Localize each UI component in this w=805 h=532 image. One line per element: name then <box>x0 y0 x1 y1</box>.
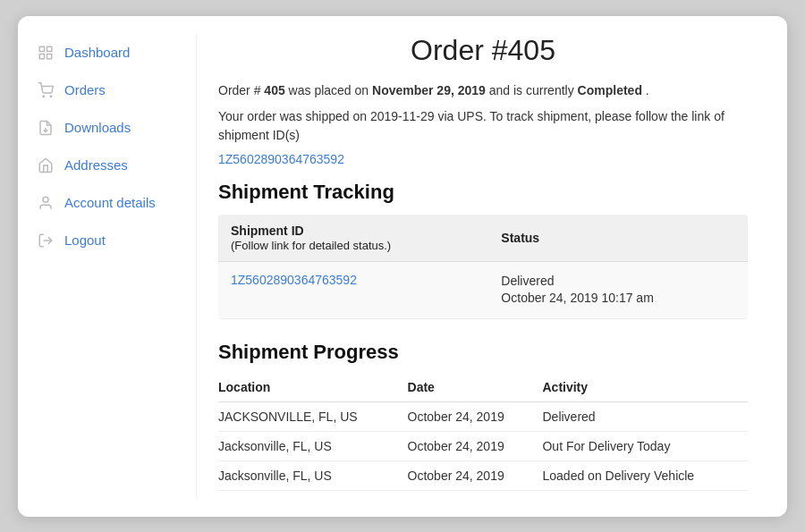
col-location: Location <box>218 375 408 402</box>
shipped-mid: via <box>435 109 458 123</box>
logout-icon <box>36 231 55 250</box>
table-row: Jacksonville, FL, US October 24, 2019 Ou… <box>218 431 748 460</box>
svg-rect-0 <box>39 46 44 51</box>
tracking-link-top[interactable]: 1Z5602890364763592 <box>218 152 748 166</box>
tracking-table: Shipment ID (Follow link for detailed st… <box>218 215 748 319</box>
page-title: Order #405 <box>218 34 748 67</box>
sidebar-item-logout[interactable]: Logout <box>36 222 178 259</box>
sidebar-item-orders[interactable]: Orders <box>36 72 178 109</box>
progress-activity: Loaded on Delivery Vehicle <box>542 460 748 490</box>
main-card: Dashboard Orders Downloads Addresses Acc… <box>18 16 787 517</box>
order-info-mid1: was placed on <box>285 83 372 97</box>
sidebar-item-downloads[interactable]: Downloads <box>36 109 178 147</box>
progress-date: October 24, 2019 <box>408 431 543 460</box>
shipping-info: Your order was shipped on 2019-11-29 via… <box>218 107 748 145</box>
order-date: November 29, 2019 <box>372 83 486 97</box>
sidebar-label-orders: Orders <box>64 82 106 97</box>
table-row: 1Z5602890364763592 DeliveredOctober 24, … <box>218 261 748 318</box>
account-icon <box>36 193 55 213</box>
shipment-tracking-title: Shipment Tracking <box>218 181 748 204</box>
svg-point-4 <box>43 96 45 97</box>
tracking-id-link[interactable]: 1Z5602890364763592 <box>231 273 357 287</box>
progress-activity: Delivered <box>542 401 748 431</box>
col-date: Date <box>408 375 543 402</box>
table-row: JACKSONVILLE, FL, US October 24, 2019 De… <box>218 401 748 431</box>
tracking-id-cell: 1Z5602890364763592 <box>218 261 488 318</box>
progress-table: Location Date Activity JACKSONVILLE, FL,… <box>218 375 748 491</box>
progress-location: Jacksonville, FL, US <box>218 460 408 490</box>
svg-rect-3 <box>39 54 44 58</box>
sidebar-label-dashboard: Dashboard <box>64 45 130 60</box>
sidebar-label-downloads: Downloads <box>64 120 131 135</box>
sidebar-label-account-details: Account details <box>64 195 156 210</box>
table-row: Jacksonville, FL, US October 24, 2019 Lo… <box>218 460 748 490</box>
sidebar-item-account-details[interactable]: Account details <box>36 184 178 222</box>
addresses-icon <box>36 156 55 175</box>
sidebar: Dashboard Orders Downloads Addresses Acc… <box>36 34 197 499</box>
order-status: Completed <box>578 83 642 97</box>
svg-point-5 <box>50 96 52 97</box>
order-info: Order # 405 was placed on November 29, 2… <box>218 81 748 100</box>
shipped-carrier: UPS <box>457 109 483 123</box>
order-info-suffix: . <box>642 83 649 97</box>
progress-activity: Out For Delivery Today <box>542 431 748 460</box>
sidebar-item-dashboard[interactable]: Dashboard <box>36 34 178 72</box>
order-info-mid2: and is currently <box>486 83 578 97</box>
sidebar-item-addresses[interactable]: Addresses <box>36 147 178 184</box>
progress-date: October 24, 2019 <box>408 460 543 490</box>
col-status: Status <box>488 215 748 262</box>
sidebar-label-logout: Logout <box>64 232 106 248</box>
col-activity: Activity <box>542 375 748 402</box>
dashboard-icon <box>36 43 55 63</box>
downloads-icon <box>36 118 55 138</box>
progress-location: JACKSONVILLE, FL, US <box>218 401 408 431</box>
progress-date: October 24, 2019 <box>408 401 543 431</box>
shipped-date: 2019-11-29 <box>370 109 435 123</box>
order-number: 405 <box>264 83 284 97</box>
sidebar-label-addresses: Addresses <box>64 157 128 173</box>
svg-point-7 <box>43 197 48 202</box>
main-content: Order #405 Order # 405 was placed on Nov… <box>197 34 769 499</box>
svg-rect-1 <box>47 46 52 51</box>
orders-icon <box>36 80 55 100</box>
shipped-prefix: Your order was shipped on <box>218 109 370 123</box>
progress-location: Jacksonville, FL, US <box>218 431 408 460</box>
col-shipment-id: Shipment ID (Follow link for detailed st… <box>218 215 488 262</box>
order-info-prefix: Order # <box>218 83 264 97</box>
shipment-progress-title: Shipment Progress <box>218 341 748 364</box>
tracking-status-cell: DeliveredOctober 24, 2019 10:17 am <box>488 261 748 318</box>
svg-rect-2 <box>47 54 52 58</box>
status-delivered: DeliveredOctober 24, 2019 10:17 am <box>501 274 653 306</box>
